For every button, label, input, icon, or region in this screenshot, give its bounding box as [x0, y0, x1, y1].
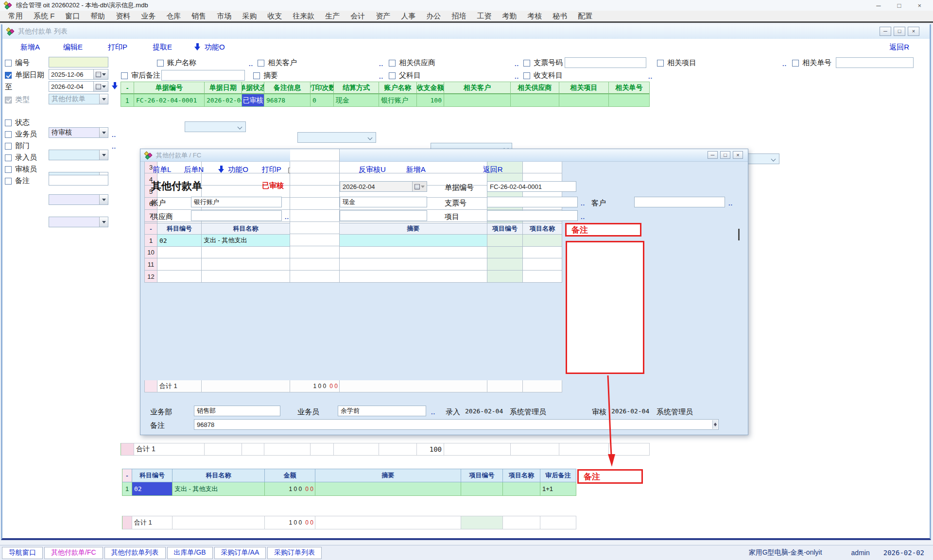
rel-doc-no-input[interactable]: [836, 57, 914, 68]
checkbox[interactable]: [5, 166, 12, 173]
new-button[interactable]: 新增A: [406, 165, 426, 174]
cheque-input[interactable]: [487, 197, 578, 207]
lookup-dots[interactable]: ..: [515, 60, 519, 68]
menu-item[interactable]: 人事: [396, 12, 421, 21]
checkbox[interactable]: [389, 60, 396, 67]
cheque-no-input[interactable]: [565, 57, 646, 68]
checkbox[interactable]: [121, 72, 128, 79]
person-input[interactable]: 余学前: [338, 406, 426, 416]
checkbox[interactable]: [389, 72, 396, 79]
dialog-grid-row[interactable]: 12: [144, 271, 748, 283]
column-header[interactable]: 科目名称: [173, 469, 265, 482]
print-button[interactable]: 打印P: [262, 165, 281, 174]
lookup-dots[interactable]: ..: [431, 408, 435, 416]
menu-item[interactable]: 仓库: [161, 12, 186, 21]
column-header[interactable]: 备注信息: [264, 82, 311, 94]
column-header[interactable]: 项目编号: [461, 469, 503, 482]
column-header[interactable]: 相关单号: [609, 82, 650, 94]
close-icon[interactable]: ×: [917, 2, 921, 9]
minimize-icon[interactable]: ─: [708, 151, 718, 159]
checkbox-checked[interactable]: [5, 72, 12, 79]
lookup-dots[interactable]: ..: [379, 60, 383, 68]
new-button[interactable]: 新增A: [20, 43, 40, 52]
column-header[interactable]: 单据编号: [134, 82, 205, 94]
menu-item[interactable]: 办公: [421, 12, 446, 21]
note-spinner[interactable]: [712, 420, 718, 429]
menu-item[interactable]: 收支: [262, 12, 287, 21]
menu-item[interactable]: 配置: [572, 12, 598, 21]
checkbox[interactable]: [253, 72, 260, 79]
dialog-grid-row[interactable]: 10: [144, 246, 748, 258]
menu-item[interactable]: 窗口: [60, 12, 85, 21]
audit-note-input[interactable]: [161, 70, 245, 81]
column-header[interactable]: 相关客户: [444, 82, 511, 94]
menu-item[interactable]: 常用: [3, 12, 28, 21]
date-to-input[interactable]: 2026-02-04: [49, 81, 108, 92]
column-header[interactable]: -: [121, 82, 134, 94]
date-from-input[interactable]: 2025-12-06: [49, 69, 108, 80]
column-header[interactable]: 单据日期: [205, 82, 242, 94]
column-header[interactable]: 审后备注: [540, 469, 576, 482]
column-header[interactable]: -: [122, 469, 132, 482]
menu-item[interactable]: 销售: [186, 12, 211, 21]
lookup-dots[interactable]: ..: [112, 131, 116, 138]
detail-grid-row[interactable]: 1 02 支出 - 其他支出 1 0 0 0 0 1+1: [122, 482, 576, 496]
menu-item[interactable]: 考核: [522, 12, 547, 21]
checkbox[interactable]: [5, 154, 12, 161]
menu-item[interactable]: 招培: [446, 12, 471, 21]
note-input[interactable]: 96878: [194, 419, 719, 430]
column-header[interactable]: 相关项目: [559, 82, 609, 94]
list-table-row[interactable]: 1FC-26-02-04-00012026-02-04已审核968780现金银行…: [121, 94, 650, 107]
column-header[interactable]: 收支金额: [417, 82, 444, 94]
menu-item[interactable]: 生产: [320, 12, 345, 21]
column-header[interactable]: 项目编号: [487, 223, 523, 235]
lookup-dots[interactable]: ..: [379, 73, 383, 80]
column-header[interactable]: 项目名称: [503, 469, 540, 482]
date-input[interactable]: 2026-02-04: [340, 181, 427, 192]
checkbox[interactable]: [5, 178, 12, 185]
column-header[interactable]: 金额: [265, 469, 315, 482]
column-header[interactable]: 摘要: [340, 223, 487, 235]
salesperson-select[interactable]: [49, 150, 108, 160]
entryclerk-select[interactable]: [49, 194, 108, 205]
back-button[interactable]: 返回R: [889, 43, 909, 52]
lookup-dots[interactable]: ..: [581, 200, 585, 207]
column-header[interactable]: 结算方式: [334, 82, 379, 94]
lookup-dots[interactable]: ..: [728, 200, 733, 207]
taskbar-item-purchase-list[interactable]: 采购订单列表: [267, 547, 322, 559]
lookup-dots[interactable]: ..: [581, 213, 585, 221]
column-header[interactable]: -: [144, 223, 157, 235]
edit-button[interactable]: 编辑E: [63, 43, 83, 52]
lookup-dots[interactable]: ..: [648, 73, 653, 80]
menu-item[interactable]: 业务: [136, 12, 161, 21]
checkbox[interactable]: [523, 60, 530, 67]
menu-item[interactable]: 考勤: [497, 12, 522, 21]
column-header[interactable]: 账户名称: [379, 82, 417, 94]
close-icon[interactable]: ×: [733, 151, 743, 159]
back-button[interactable]: 返回R: [483, 165, 503, 174]
rel-customer-select[interactable]: [297, 132, 376, 143]
minimize-icon[interactable]: ─: [880, 27, 891, 36]
note-filter-input[interactable]: [49, 175, 108, 186]
calendar-button[interactable]: [93, 69, 108, 79]
menu-item[interactable]: 工资: [471, 12, 497, 21]
dropdown-button[interactable]: [99, 150, 108, 160]
settle-input[interactable]: 现金: [340, 197, 427, 207]
extract-button[interactable]: 提取E: [153, 43, 172, 52]
menu-item[interactable]: 帮助: [85, 12, 110, 21]
menu-item[interactable]: 往来款: [287, 12, 320, 21]
dropdown-button[interactable]: [99, 94, 108, 104]
dialog-grid-row[interactable]: 1 02 支出 - 其他支出 1 0 0 0 0: [144, 235, 562, 247]
auditor-select[interactable]: [49, 217, 108, 227]
account-name-select[interactable]: [185, 121, 246, 132]
menu-item[interactable]: 资产: [370, 12, 396, 21]
checkbox[interactable]: [258, 60, 264, 67]
column-header[interactable]: 单据状态: [242, 82, 264, 94]
close-icon[interactable]: ×: [908, 27, 919, 36]
type-select[interactable]: 其他付款单: [49, 94, 108, 104]
menu-item[interactable]: 市场: [211, 12, 237, 21]
lookup-dots[interactable]: ..: [515, 73, 519, 80]
lookup-dots[interactable]: ..: [782, 60, 787, 68]
taskbar-item-payment-doc[interactable]: 其他付款单/FC: [44, 547, 103, 559]
doc-no-input[interactable]: FC-26-02-04-0001: [487, 181, 576, 192]
